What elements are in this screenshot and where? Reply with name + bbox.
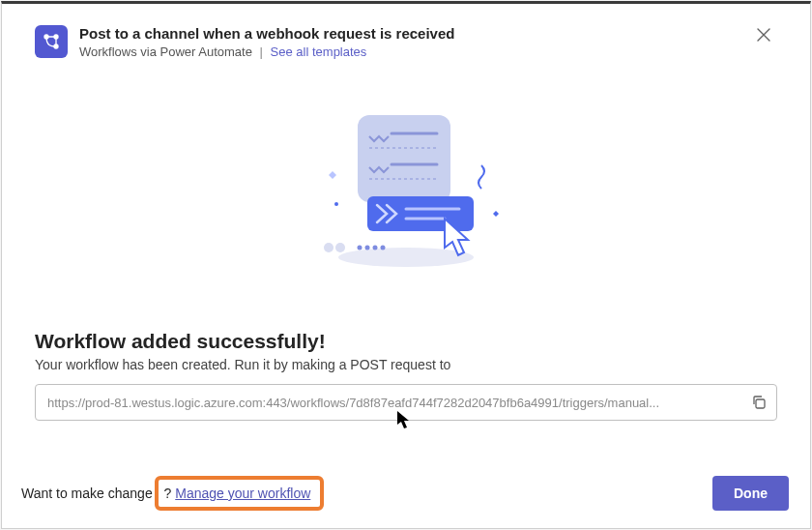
dialog-subtitle: Workflows via Power Automate | See all t… xyxy=(79,44,739,59)
svg-point-17 xyxy=(373,246,378,250)
header-text-block: Post to a channel when a webhook request… xyxy=(79,25,739,59)
footer-prompt-suffix: ? xyxy=(164,486,176,501)
dialog-title: Post to a channel when a webhook request… xyxy=(79,25,739,43)
svg-point-15 xyxy=(358,246,362,250)
manage-workflow-link[interactable]: Manage your workflow xyxy=(175,486,310,501)
svg-rect-19 xyxy=(756,399,765,408)
see-all-templates-link[interactable]: See all templates xyxy=(271,44,367,59)
svg-point-2 xyxy=(54,44,58,48)
dialog-header: Post to a channel when a webhook request… xyxy=(2,4,810,69)
content-area: Workflow added successfully! Your workfl… xyxy=(2,291,810,421)
copy-icon xyxy=(751,395,767,410)
subtitle-separator: | xyxy=(260,44,263,59)
svg-rect-4 xyxy=(358,115,450,202)
svg-point-1 xyxy=(54,35,58,39)
success-heading: Workflow added successfully! xyxy=(35,330,777,353)
footer-prompt-prefix: Want to make change xyxy=(21,486,153,501)
webhook-url-input[interactable] xyxy=(36,385,741,420)
svg-point-18 xyxy=(381,246,386,250)
close-icon xyxy=(756,27,771,43)
svg-point-3 xyxy=(338,248,474,267)
copy-url-button[interactable] xyxy=(741,385,776,420)
svg-point-12 xyxy=(334,202,338,206)
svg-point-13 xyxy=(324,243,334,252)
workflows-app-icon xyxy=(35,25,68,58)
manage-workflow-highlight: ? Manage your workflow xyxy=(155,476,325,511)
success-illustration xyxy=(2,69,810,291)
done-button[interactable]: Done xyxy=(712,476,789,511)
dialog-footer: Want to make change ? Manage your workfl… xyxy=(2,458,810,528)
workflow-source: Workflows via Power Automate xyxy=(79,44,252,59)
workflow-success-dialog: Post to a channel when a webhook request… xyxy=(1,1,811,529)
svg-point-16 xyxy=(365,246,370,250)
webhook-url-field xyxy=(35,384,777,421)
success-description: Your workflow has been created. Run it b… xyxy=(35,357,777,372)
svg-point-14 xyxy=(335,243,345,252)
close-button[interactable] xyxy=(750,21,777,48)
svg-rect-9 xyxy=(367,196,474,231)
footer-prompt: Want to make change ? Manage your workfl… xyxy=(21,476,324,511)
